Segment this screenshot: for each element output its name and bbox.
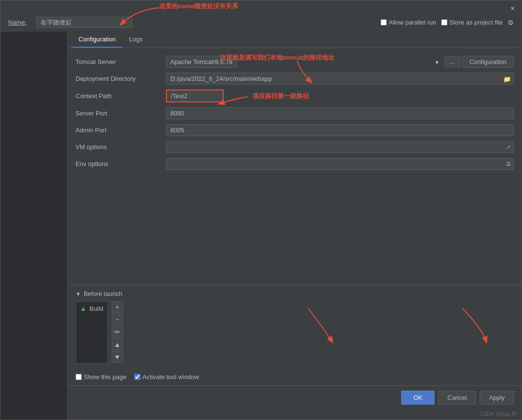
- move-down-button[interactable]: ▼: [112, 351, 123, 363]
- deploy-dir-label: Deployment Directory: [76, 75, 162, 82]
- before-launch-title: Before launch: [84, 290, 122, 297]
- title-bar: ×: [0, 0, 522, 15]
- ok-button[interactable]: OK: [401, 391, 434, 405]
- gear-icon[interactable]: ⚙: [508, 19, 514, 26]
- tomcat-browse-button[interactable]: ...: [445, 56, 460, 67]
- vm-options-row: VM options ⤢: [76, 141, 514, 153]
- env-options-input[interactable]: [166, 158, 514, 170]
- admin-port-label: Admin Port: [76, 127, 162, 134]
- allow-parallel-checkbox[interactable]: [381, 19, 387, 25]
- vm-options-input[interactable]: [166, 141, 514, 153]
- edit-build-button[interactable]: ✏: [112, 326, 123, 338]
- tomcat-server-row: Tomcat Server Apache Tomcat/8.5.78 ... C…: [76, 56, 514, 68]
- folder-icon: 📁: [503, 75, 511, 82]
- before-launch-section: ▼ Before launch ▲ Build + −: [68, 285, 522, 369]
- before-launch-header: ▼ Before launch: [76, 290, 514, 297]
- vm-options-wrapper: ⤢: [166, 141, 514, 153]
- build-list-controls: + − ✏ ▲ ▼: [112, 301, 123, 363]
- deploy-dir-wrapper: 📁: [166, 73, 514, 85]
- build-item: ▲ Build: [76, 302, 107, 315]
- admin-port-input[interactable]: [166, 124, 514, 136]
- remove-build-button[interactable]: −: [112, 314, 123, 325]
- name-label: Name:: [8, 19, 32, 26]
- cancel-button[interactable]: Cancel: [438, 391, 476, 405]
- tomcat-config-button[interactable]: Configuration: [462, 56, 514, 68]
- tomcat-label: Tomcat Server: [76, 58, 162, 65]
- context-path-label: Context Path: [76, 92, 162, 100]
- run-config-dialog: × Name: Allow parallel run Store as proj…: [0, 0, 522, 420]
- tomcat-select-wrapper: Apache Tomcat/8.5.78 ... Configuration: [166, 56, 514, 68]
- name-input[interactable]: [36, 17, 132, 28]
- env-options-row: Env options ☰: [76, 158, 514, 170]
- right-panel: Configuration Logs 这里就是填写我们本地tomcat的路径地址…: [68, 32, 522, 420]
- env-options-label: Env options: [76, 160, 162, 167]
- context-path-wrapper: 项目路径第一级路径: [166, 89, 514, 102]
- tab-configuration[interactable]: Configuration: [72, 32, 122, 48]
- build-run-icon: ▲: [80, 305, 87, 312]
- store-project-checkbox[interactable]: [441, 19, 447, 25]
- tomcat-select-container: Apache Tomcat/8.5.78: [166, 56, 443, 68]
- store-project-label[interactable]: Store as project file: [441, 19, 503, 26]
- main-content: Configuration Logs 这里就是填写我们本地tomcat的路径地址…: [0, 32, 522, 420]
- annotation-context-hint: 项目路径第一级路径: [253, 92, 309, 101]
- context-path-row: Context Path 项目路径第一级路径: [76, 89, 514, 102]
- sidebar: [0, 32, 68, 420]
- name-right-options: Allow parallel run Store as project file…: [381, 19, 514, 26]
- bottom-checkboxes: Show this page Activate tool window: [68, 369, 522, 385]
- close-button[interactable]: ×: [508, 3, 518, 14]
- deploy-dir-row: Deployment Directory 📁: [76, 73, 514, 85]
- triangle-icon: ▼: [76, 291, 81, 297]
- config-panel: 这里就是填写我们本地tomcat的路径地址 Tomcat Server Apac…: [68, 48, 522, 285]
- server-port-input[interactable]: [166, 107, 514, 119]
- name-row: Name: Allow parallel run Store as projec…: [0, 15, 522, 32]
- activate-tool-label[interactable]: Activate tool window: [134, 373, 199, 381]
- server-port-row: Server Port: [76, 107, 514, 119]
- tomcat-select[interactable]: Apache Tomcat/8.5.78: [166, 56, 237, 68]
- build-list: ▲ Build: [76, 301, 108, 364]
- env-options-wrapper: ☰: [166, 158, 514, 170]
- move-up-button[interactable]: ▲: [112, 339, 123, 350]
- admin-port-row: Admin Port: [76, 124, 514, 136]
- show-page-text: Show this page: [84, 373, 127, 381]
- show-page-label[interactable]: Show this page: [76, 373, 127, 381]
- deploy-dir-input[interactable]: [166, 73, 514, 85]
- expand-icon: ⤢: [507, 144, 511, 150]
- build-item-label: Build: [89, 305, 103, 312]
- build-list-area: ▲ Build + − ✏ ▲ ▼: [76, 301, 108, 364]
- tab-logs[interactable]: Logs: [122, 32, 149, 48]
- vm-options-label: VM options: [76, 143, 162, 151]
- context-path-input[interactable]: [166, 89, 224, 102]
- allow-parallel-label[interactable]: Allow parallel run: [381, 19, 436, 26]
- add-build-button[interactable]: +: [112, 301, 123, 313]
- apply-button[interactable]: Apply: [480, 391, 514, 405]
- activate-tool-checkbox[interactable]: [134, 374, 140, 380]
- tabs-bar: Configuration Logs: [68, 32, 522, 48]
- build-list-container: ▲ Build + − ✏ ▲ ▼: [76, 301, 514, 364]
- watermark: CSDN @bug 郭: [68, 409, 522, 420]
- action-buttons: OK Cancel Apply: [68, 385, 522, 409]
- activate-tool-text: Activate tool window: [142, 373, 199, 381]
- server-port-label: Server Port: [76, 110, 162, 117]
- show-page-checkbox[interactable]: [76, 374, 82, 380]
- env-browse-icon: ☰: [506, 161, 511, 167]
